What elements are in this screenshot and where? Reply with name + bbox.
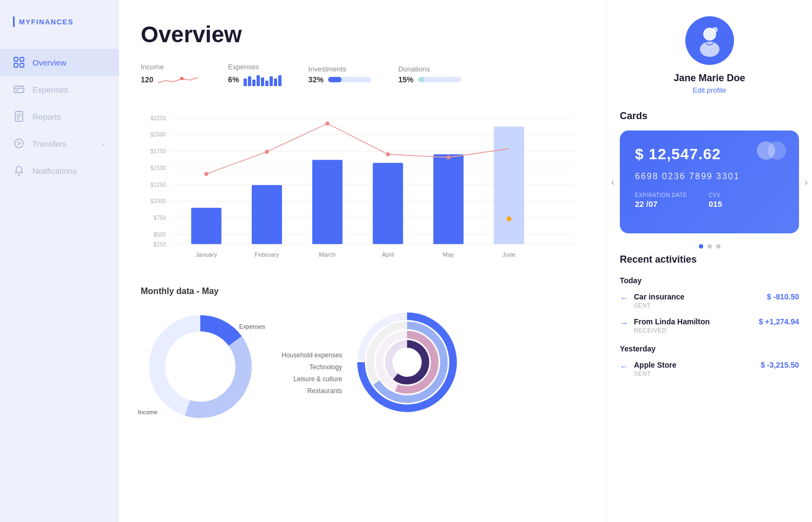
- svg-text:February: February: [255, 251, 279, 258]
- activity-linda-hamilton: → From Linda Hamilton RECEIVED $ +1,274.…: [620, 317, 799, 334]
- expiration-value: 22 /07: [635, 199, 687, 208]
- sidebar-item-label: Transfers: [32, 139, 67, 148]
- logo-bar: [13, 16, 15, 27]
- card-dots: [620, 244, 799, 249]
- activity-status: RECEIVED: [634, 327, 754, 334]
- radial-section: Household expenses Technology Leisure & …: [281, 308, 472, 427]
- expiration-label: EXPIRATION DATE: [635, 192, 687, 198]
- donut-chart: Expenses Income: [141, 307, 260, 426]
- donations-value: 15%: [398, 75, 414, 84]
- card-dot-2[interactable]: [708, 244, 712, 249]
- svg-point-13: [180, 77, 184, 80]
- investments-progress: [328, 77, 371, 82]
- activity-amount: $ -3,215.50: [761, 361, 799, 369]
- right-panel: Jane Marie Doe Edit profile Cards ‹ $ 12…: [606, 0, 812, 522]
- expenses-label: Expenses: [228, 63, 281, 71]
- svg-point-39: [265, 150, 269, 154]
- svg-text:$1500: $1500: [150, 165, 166, 171]
- legend-leisure: Leisure & culture: [281, 375, 342, 383]
- donut-expenses-label: Expenses: [239, 323, 265, 330]
- main-content: Overview Income 120 Expenses 6%: [119, 0, 606, 522]
- sidebar-item-label: Overview: [32, 58, 67, 67]
- income-value: 120: [141, 75, 153, 84]
- svg-rect-7: [15, 112, 23, 121]
- activity-status: SENT: [634, 370, 755, 377]
- activity-apple-store: ← Apple Store SENT $ -3,215.50: [620, 361, 799, 377]
- svg-text:$1750: $1750: [150, 148, 166, 154]
- card-prev-button[interactable]: ‹: [606, 174, 621, 190]
- svg-point-65: [700, 42, 719, 57]
- credit-card: $ 12,547.62 6698 0236 7899 3301 EXPIRATI…: [620, 130, 799, 233]
- card-details: EXPIRATION DATE 22 /07 CVV 015: [635, 192, 784, 208]
- activity-amount: $ +1,274.94: [759, 317, 799, 326]
- sidebar-item-label: Reports: [32, 112, 61, 121]
- donations-progress: [418, 77, 461, 82]
- activity-info: From Linda Hamilton RECEIVED: [634, 317, 754, 334]
- monthly-title: Monthly data - May: [141, 286, 260, 296]
- legend-technology: Technology: [281, 363, 342, 371]
- card-expiration: EXPIRATION DATE 22 /07: [635, 192, 687, 208]
- svg-rect-6: [16, 90, 18, 91]
- card-number: 6698 0236 7899 3301: [635, 172, 784, 181]
- summary-income: Income 120: [141, 63, 201, 86]
- income-mini-chart: [158, 73, 201, 86]
- monthly-section: Monthly data - May Expenses I: [141, 286, 585, 427]
- svg-text:January: January: [195, 251, 217, 258]
- svg-rect-4: [14, 86, 24, 93]
- svg-rect-2: [14, 63, 18, 67]
- svg-text:May: May: [443, 251, 455, 258]
- radial-chart: [353, 308, 472, 427]
- transfer-icon: [13, 138, 25, 149]
- legend-restaurants: Restaurants: [281, 387, 342, 395]
- svg-point-41: [386, 152, 390, 156]
- income-label: Income: [141, 63, 201, 71]
- activity-amount: $ -810.50: [767, 292, 799, 301]
- svg-text:$750: $750: [154, 215, 166, 221]
- monthly-data-block: Monthly data - May Expenses I: [141, 286, 260, 426]
- activity-status: SENT: [634, 302, 762, 309]
- card-cvv: CVV 015: [709, 192, 722, 208]
- card-dot-3[interactable]: [716, 244, 721, 249]
- sidebar-item-label: Expenses: [32, 85, 68, 94]
- svg-point-54: [172, 338, 228, 395]
- summary-expenses: Expenses 6%: [228, 63, 281, 86]
- sent-arrow-icon: ←: [620, 362, 628, 371]
- svg-text:$1000: $1000: [150, 198, 166, 204]
- activity-name: Apple Store: [634, 361, 755, 369]
- summary-row: Income 120 Expenses 6%: [141, 63, 585, 86]
- sidebar-item-overview[interactable]: Overview: [0, 49, 119, 76]
- svg-point-40: [325, 121, 329, 125]
- donut-income-label: Income: [138, 409, 158, 415]
- sidebar-item-notifications[interactable]: Notifications: [0, 157, 119, 184]
- card-logo: [757, 141, 786, 160]
- sidebar-item-expenses[interactable]: Expenses: [0, 76, 119, 103]
- grid-icon: [13, 56, 25, 68]
- expenses-mini-chart: [244, 73, 281, 86]
- sidebar-item-reports[interactable]: Reports: [0, 103, 119, 130]
- edit-profile-button[interactable]: Edit profile: [693, 86, 726, 94]
- svg-rect-37: [494, 127, 524, 244]
- summary-investments: Investments 32%: [309, 65, 371, 84]
- chart-svg: $2250 $2000 $1750 $1500 $1250 $1000 $750…: [141, 102, 585, 265]
- svg-rect-33: [252, 185, 282, 244]
- svg-rect-1: [20, 57, 24, 61]
- received-arrow-icon: →: [620, 318, 628, 328]
- avatar: [685, 16, 734, 65]
- card-next-button[interactable]: ›: [798, 174, 812, 190]
- svg-text:April: April: [382, 251, 394, 258]
- donations-label: Donations: [398, 65, 461, 73]
- main-chart: $2250 $2000 $1750 $1500 $1250 $1000 $750…: [141, 102, 585, 265]
- sidebar-item-label: Notifications: [32, 166, 77, 175]
- svg-text:March: March: [319, 251, 336, 258]
- sidebar: MYFINANCES Overview Expenses: [0, 0, 119, 522]
- cvv-value: 015: [709, 199, 722, 208]
- card-dot-1[interactable]: [699, 244, 703, 249]
- svg-text:June: June: [502, 251, 515, 258]
- activity-info: Apple Store SENT: [634, 361, 755, 377]
- activity-name: From Linda Hamilton: [634, 317, 754, 326]
- cards-section: Cards ‹ $ 12,547.62 6698 0236 7899 3301 …: [620, 110, 799, 249]
- report-icon: [13, 110, 25, 122]
- svg-text:$500: $500: [154, 232, 166, 238]
- sidebar-item-transfers[interactable]: Transfers ⌄: [0, 130, 119, 157]
- profile-section: Jane Marie Doe Edit profile: [620, 16, 799, 94]
